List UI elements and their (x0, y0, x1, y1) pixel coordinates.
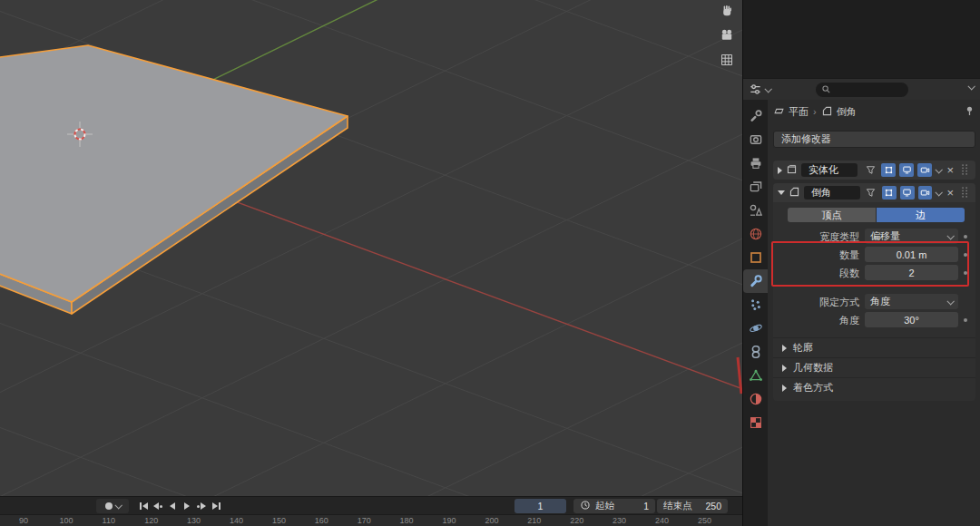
tab-object-data[interactable] (743, 364, 768, 387)
camera-icon[interactable] (719, 27, 735, 44)
clock-icon (580, 500, 591, 512)
realtime-toggle[interactable] (900, 186, 915, 200)
width-type-dropdown[interactable]: 偏移量 (865, 229, 958, 244)
current-frame-field[interactable]: 1 (514, 499, 566, 513)
frame-start-value: 1 (643, 501, 649, 511)
decorator-dot[interactable] (964, 318, 967, 322)
breadcrumb-object[interactable]: 平面 (773, 105, 808, 119)
play-reverse-button[interactable] (165, 499, 180, 513)
chevron-down-icon (764, 85, 771, 93)
viewport-nav-gizmos (715, 3, 739, 68)
amount-field[interactable]: 0.01 m (865, 247, 958, 262)
tab-physics[interactable] (743, 317, 768, 340)
jump-to-start-button[interactable] (136, 499, 151, 513)
modifier-bevel-panel: 倒角 × 顶点 边 宽度类型 偏移量 (773, 183, 975, 401)
limit-method-dropdown[interactable]: 角度 (865, 294, 958, 309)
chevron-down-icon (946, 232, 954, 239)
3d-viewport[interactable] (0, 0, 742, 496)
delete-modifier-button[interactable]: × (945, 164, 956, 176)
width-type-row: 宽度类型 偏移量 (773, 229, 975, 245)
editmode-toggle[interactable] (882, 186, 897, 200)
timeline-bar[interactable]: 1 起始 1 结束点 250 (0, 496, 742, 515)
ruler-tick: 120 (144, 516, 158, 525)
modifier-extras-chevron[interactable] (936, 166, 943, 173)
section-label: 轮廓 (793, 341, 813, 355)
current-frame-value: 1 (538, 501, 544, 511)
properties-panel: 平面 › 倒角 添加修改器 实体化 × (742, 0, 980, 526)
timeline-ruler[interactable]: 9010011012013014015016017018019020021022… (0, 514, 742, 526)
editmode-toggle[interactable] (881, 163, 896, 177)
tab-object[interactable] (743, 246, 768, 269)
viewport-canvas[interactable] (0, 0, 742, 496)
modifier-name-field[interactable]: 倒角 (804, 186, 860, 200)
section-geometry[interactable]: 几何数据 (773, 357, 975, 377)
tab-constraints[interactable] (743, 340, 768, 364)
ruler-tick: 240 (655, 516, 669, 525)
editor-type-button[interactable] (743, 79, 776, 101)
header-options-chevron[interactable] (967, 83, 975, 90)
decorator-dot[interactable] (964, 271, 967, 275)
section-shading[interactable]: 着色方式 (773, 377, 975, 397)
ruler-tick: 210 (527, 516, 541, 525)
frame-end-field[interactable]: 结束点 250 (657, 499, 728, 513)
tab-vertices[interactable]: 顶点 (788, 208, 877, 222)
expand-icon[interactable] (778, 167, 782, 174)
frame-start-field[interactable]: 起始 1 (573, 499, 655, 513)
properties-content: 平面 › 倒角 添加修改器 实体化 × (768, 100, 980, 526)
modifier-extras-chevron[interactable] (936, 189, 943, 196)
modifier-bevel-header[interactable]: 倒角 × (773, 183, 975, 202)
drag-handle-icon[interactable] (959, 163, 971, 177)
plane-object[interactable] (0, 45, 348, 314)
tab-particles[interactable] (743, 293, 768, 317)
collapse-icon[interactable] (778, 190, 785, 195)
modifier-name-field[interactable]: 实体化 (801, 163, 858, 177)
ruler-tick: 140 (230, 516, 243, 525)
angle-row: 角度 30° (773, 312, 975, 328)
vertex-group-filter-icon[interactable] (864, 186, 878, 200)
next-keyframe-button[interactable] (194, 499, 209, 513)
auto-keyframe-button[interactable] (96, 499, 129, 513)
delete-modifier-button[interactable]: × (945, 187, 956, 199)
drag-handle-icon[interactable] (959, 186, 971, 200)
breadcrumb-modifier[interactable]: 倒角 (821, 105, 857, 119)
tab-edges[interactable]: 边 (877, 208, 965, 222)
tab-world[interactable] (743, 222, 768, 246)
search-input[interactable] (835, 84, 903, 96)
tab-output[interactable] (743, 151, 768, 175)
tab-texture[interactable] (743, 411, 768, 434)
breadcrumb-object-label: 平面 (789, 105, 808, 119)
hand-icon[interactable] (719, 3, 735, 19)
tab-material[interactable] (743, 387, 768, 411)
ruler-tick: 180 (400, 516, 414, 525)
decorator-dot[interactable] (964, 253, 967, 257)
angle-value: 30° (904, 315, 919, 326)
properties-editor-icon (749, 83, 762, 98)
frame-end-value: 250 (705, 501, 721, 511)
tab-scene[interactable] (743, 199, 768, 222)
tab-modifiers[interactable] (743, 269, 768, 293)
jump-to-end-button[interactable] (209, 499, 223, 513)
ruler-tick: 170 (358, 516, 371, 525)
add-modifier-button[interactable]: 添加修改器 (773, 131, 975, 148)
render-toggle[interactable] (918, 186, 933, 200)
pin-icon[interactable] (964, 105, 975, 119)
segments-field[interactable]: 2 (865, 265, 958, 280)
record-icon (105, 502, 113, 510)
realtime-toggle[interactable] (899, 163, 914, 177)
properties-search[interactable] (816, 83, 908, 97)
tab-view-layer[interactable] (743, 175, 768, 199)
tab-tool[interactable] (743, 104, 768, 128)
decorator-dot[interactable] (964, 235, 967, 239)
tab-render[interactable] (743, 128, 768, 151)
section-profile[interactable]: 轮廓 (773, 337, 975, 357)
modifier-solidify-header[interactable]: 实体化 × (773, 161, 975, 180)
bevel-modifier-icon (821, 105, 833, 119)
render-toggle[interactable] (917, 163, 932, 177)
play-button[interactable] (180, 499, 194, 513)
grid-icon[interactable] (719, 52, 735, 68)
segments-value: 2 (908, 268, 914, 278)
expand-icon (782, 385, 787, 392)
angle-field[interactable]: 30° (865, 312, 958, 327)
prev-keyframe-button[interactable] (151, 499, 165, 513)
vertex-group-filter-icon[interactable] (863, 163, 877, 177)
